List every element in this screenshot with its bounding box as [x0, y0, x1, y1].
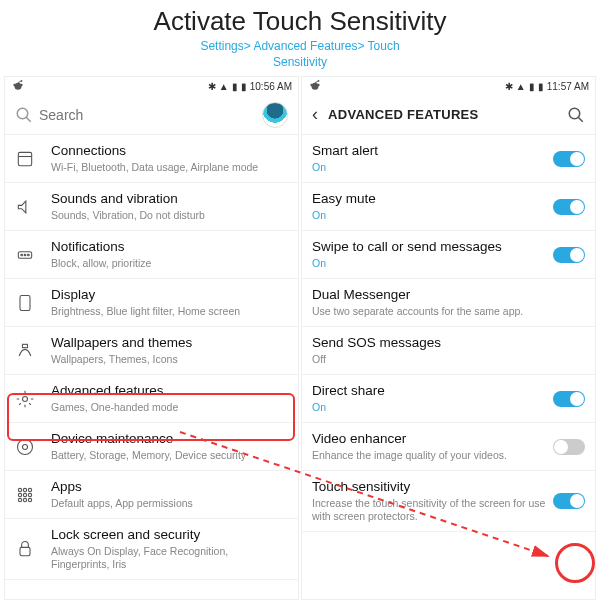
status-bar: ✱ ▲ ▮ ▮ 10:56 AM	[5, 77, 298, 95]
settings-item-display[interactable]: Display Brightness, Blue light filter, H…	[5, 279, 298, 327]
feature-item-swipe-to-call-or-send-messages[interactable]: Swipe to call or send messages On	[302, 231, 595, 279]
svg-point-13	[23, 396, 28, 401]
row-label: Advanced features	[51, 383, 288, 400]
screen-title: ADVANCED FEATURES	[328, 107, 567, 122]
battery-icon: ▮	[538, 81, 544, 92]
svg-point-30	[569, 108, 580, 119]
svg-point-16	[18, 488, 21, 491]
svg-line-31	[578, 117, 583, 122]
feature-item-video-enhancer[interactable]: Video enhancer Enhance the image quality…	[302, 423, 595, 471]
feature-item-direct-share[interactable]: Direct share On	[302, 375, 595, 423]
svg-line-5	[26, 117, 31, 122]
row-subtitle: On	[312, 161, 547, 174]
svg-point-28	[317, 84, 319, 86]
svg-rect-12	[23, 344, 28, 347]
status-bar: ✱ ▲ ▮ ▮ 11:57 AM	[302, 77, 595, 95]
row-subtitle: Wi-Fi, Bluetooth, Data usage, Airplane m…	[51, 161, 288, 174]
row-icon	[15, 437, 35, 457]
back-button[interactable]: ‹	[312, 104, 318, 125]
row-icon	[15, 389, 35, 409]
row-label: Dual Messenger	[312, 287, 585, 304]
row-icon	[15, 539, 35, 559]
svg-rect-11	[20, 295, 30, 310]
feature-item-touch-sensitivity[interactable]: Touch sensitivity Increase the touch sen…	[302, 471, 595, 532]
row-subtitle: Increase the touch sensitivity of the sc…	[312, 497, 547, 523]
bluetooth-icon: ✱	[208, 81, 216, 92]
status-time: 11:57 AM	[547, 81, 589, 92]
row-label: Connections	[51, 143, 288, 160]
settings-item-advanced-features[interactable]: Advanced features Games, One-handed mode	[5, 375, 298, 423]
settings-item-notifications[interactable]: Notifications Block, allow, prioritize	[5, 231, 298, 279]
row-subtitle: Games, One-handed mode	[51, 401, 288, 414]
row-subtitle: On	[312, 257, 547, 270]
wifi-icon: ▲	[219, 81, 229, 92]
feature-item-dual-messenger[interactable]: Dual Messenger Use two separate accounts…	[302, 279, 595, 327]
svg-point-24	[28, 498, 31, 501]
row-label: Lock screen and security	[51, 527, 288, 544]
svg-point-15	[23, 444, 28, 449]
svg-rect-25	[20, 548, 30, 556]
row-subtitle: Default apps, App permissions	[51, 497, 288, 510]
signal-icon: ▮	[529, 81, 535, 92]
svg-point-4	[17, 108, 28, 119]
row-label: Display	[51, 287, 288, 304]
svg-point-22	[18, 498, 21, 501]
settings-item-connections[interactable]: Connections Wi-Fi, Bluetooth, Data usage…	[5, 135, 298, 183]
search-row	[5, 95, 298, 135]
row-subtitle: Enhance the image quality of your videos…	[312, 449, 547, 462]
toggle-switch[interactable]	[553, 151, 585, 167]
row-subtitle: On	[312, 209, 547, 222]
breadcrumb-line1: Settings> Advanced Features> Touch	[0, 39, 600, 55]
row-subtitle: On	[312, 401, 547, 414]
svg-point-18	[28, 488, 31, 491]
feature-item-smart-alert[interactable]: Smart alert On	[302, 135, 595, 183]
toggle-switch[interactable]	[553, 391, 585, 407]
settings-item-wallpapers-and-themes[interactable]: Wallpapers and themes Wallpapers, Themes…	[5, 327, 298, 375]
svg-point-23	[23, 498, 26, 501]
row-label: Smart alert	[312, 143, 547, 160]
svg-point-20	[23, 493, 26, 496]
toggle-switch[interactable]	[553, 493, 585, 509]
row-subtitle: Use two separate accounts for the same a…	[312, 305, 585, 318]
svg-point-21	[28, 493, 31, 496]
row-subtitle: Always On Display, Face Recognition, Fin…	[51, 545, 288, 571]
svg-point-17	[23, 488, 26, 491]
avatar[interactable]	[262, 102, 288, 128]
settings-item-sounds-and-vibration[interactable]: Sounds and vibration Sounds, Vibration, …	[5, 183, 298, 231]
settings-item-lock-screen-and-security[interactable]: Lock screen and security Always On Displ…	[5, 519, 298, 580]
row-label: Direct share	[312, 383, 547, 400]
toggle-switch[interactable]	[553, 247, 585, 263]
svg-point-1	[13, 84, 15, 86]
page-title: Activate Touch Sensitivity	[0, 6, 600, 37]
status-time: 10:56 AM	[250, 81, 292, 92]
breadcrumb-line2: Sensitivity	[0, 55, 600, 71]
row-label: Sounds and vibration	[51, 191, 288, 208]
row-subtitle: Wallpapers, Themes, Icons	[51, 353, 288, 366]
feature-item-send-sos-messages[interactable]: Send SOS messages Off	[302, 327, 595, 375]
settings-screen: ✱ ▲ ▮ ▮ 10:56 AM Connections Wi-Fi, Blue…	[4, 76, 299, 600]
settings-item-device-maintenance[interactable]: Device maintenance Battery, Storage, Mem…	[5, 423, 298, 471]
search-icon	[15, 106, 33, 124]
feature-item-easy-mute[interactable]: Easy mute On	[302, 183, 595, 231]
svg-point-14	[18, 439, 33, 454]
row-subtitle: Battery, Storage, Memory, Device securit…	[51, 449, 288, 462]
row-icon	[15, 341, 35, 361]
row-label: Swipe to call or send messages	[312, 239, 547, 256]
svg-point-2	[20, 84, 22, 86]
row-label: Notifications	[51, 239, 288, 256]
battery-icon: ▮	[241, 81, 247, 92]
row-label: Device maintenance	[51, 431, 288, 448]
toggle-switch[interactable]	[553, 439, 585, 455]
row-label: Video enhancer	[312, 431, 547, 448]
search-icon[interactable]	[567, 106, 585, 124]
svg-point-19	[18, 493, 21, 496]
svg-point-0	[15, 83, 22, 90]
row-icon	[15, 197, 35, 217]
settings-item-apps[interactable]: Apps Default apps, App permissions	[5, 471, 298, 519]
row-icon	[15, 149, 35, 169]
search-input[interactable]	[39, 107, 262, 123]
bluetooth-icon: ✱	[505, 81, 513, 92]
reddit-icon	[308, 78, 322, 92]
wifi-icon: ▲	[516, 81, 526, 92]
toggle-switch[interactable]	[553, 199, 585, 215]
